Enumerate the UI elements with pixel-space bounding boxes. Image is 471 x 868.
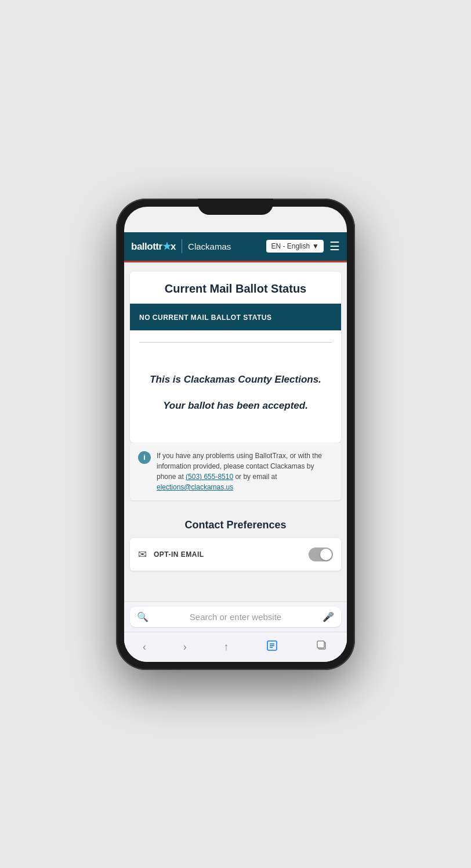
phone-screen: ballottr★x Clackamas EN - English ▼ ☰ Cu… [124, 207, 347, 662]
page-title: Current Mail Ballot Status [130, 272, 341, 304]
svg-rect-5 [317, 641, 324, 648]
chevron-down-icon: ▼ [312, 242, 319, 250]
browser-bar: 🔍 Search or enter website 🎤 [124, 602, 347, 632]
language-selector[interactable]: EN - English ▼ [266, 240, 324, 253]
info-text: If you have any problems using BallotTra… [157, 451, 333, 492]
browser-nav: ‹ › ↑ [124, 632, 347, 662]
card-body: This is Clackamas County Elections. Your… [130, 330, 341, 442]
ballot-message-line2: Your ballot has been accepted. [145, 398, 326, 413]
search-icon: 🔍 [137, 611, 148, 622]
language-text: EN - English [271, 242, 310, 250]
opt-in-email-card: ✉ OPT-IN EMAIL ✕ [130, 538, 341, 571]
phone-notch [198, 199, 273, 215]
search-bar[interactable]: 🔍 Search or enter website 🎤 [130, 607, 341, 627]
status-banner: NO CURRENT MAIL BALLOT STATUS [130, 304, 341, 330]
toggle-track[interactable] [309, 548, 333, 561]
divider [139, 342, 332, 343]
mic-icon: 🎤 [323, 611, 334, 622]
opt-in-label: OPT-IN EMAIL [154, 550, 302, 559]
header-divider [182, 239, 182, 253]
info-text-between: or by email at [233, 473, 277, 481]
toggle-container[interactable]: ✕ [309, 548, 333, 561]
status-card: Current Mail Ballot Status NO CURRENT MA… [130, 272, 341, 442]
share-button[interactable]: ↑ [218, 639, 234, 655]
ballot-message-line1: This is Clackamas County Elections. [145, 372, 326, 387]
logo-star: ★ [162, 241, 171, 252]
bottom-spacer [124, 577, 347, 588]
menu-icon[interactable]: ☰ [329, 239, 340, 253]
forward-button[interactable]: › [177, 639, 193, 655]
ballot-message: This is Clackamas County Elections. Your… [139, 360, 332, 425]
phone-device: ballottr★x Clackamas EN - English ▼ ☰ Cu… [116, 199, 355, 670]
bookmarks-button[interactable] [260, 637, 284, 657]
main-scroll-area[interactable]: Current Mail Ballot Status NO CURRENT MA… [124, 262, 347, 602]
phone-link[interactable]: (503) 655-8510 [186, 473, 233, 481]
app-header: ballottr★x Clackamas EN - English ▼ ☰ [124, 232, 347, 262]
app-content: ballottr★x Clackamas EN - English ▼ ☰ Cu… [124, 232, 347, 662]
search-placeholder-text: Search or enter website [153, 612, 318, 622]
info-icon: i [138, 451, 151, 464]
mail-icon: ✉ [138, 548, 147, 561]
tabs-button[interactable] [310, 637, 334, 657]
back-button[interactable]: ‹ [137, 639, 152, 655]
county-name: Clackamas [188, 242, 266, 251]
app-logo: ballottr★x [131, 240, 176, 253]
contact-prefs-title: Contact Preferences [124, 510, 347, 538]
toggle-thumb [320, 549, 332, 560]
email-link[interactable]: elections@clackamas.us [157, 483, 233, 491]
info-section: i If you have any problems using BallotT… [130, 442, 341, 500]
status-banner-text: NO CURRENT MAIL BALLOT STATUS [139, 314, 271, 322]
